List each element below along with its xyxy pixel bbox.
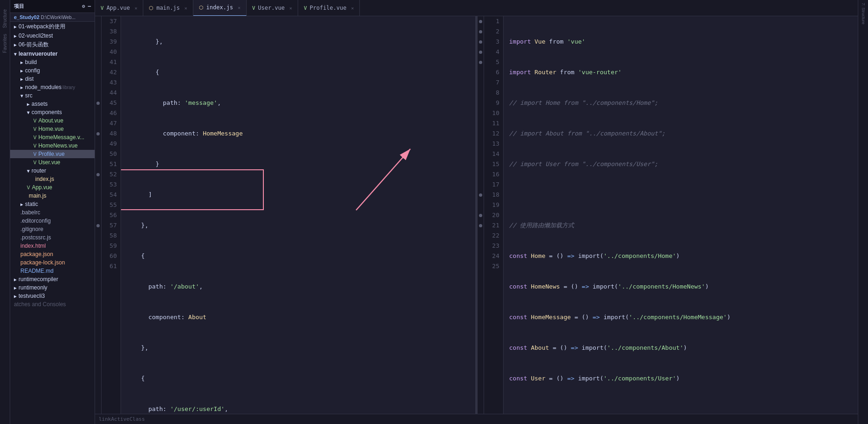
right-line-5: // import User from "../components/User"… xyxy=(509,159,858,169)
settings-icon[interactable]: ⚙ xyxy=(82,3,85,9)
tab-profilevue-icon: V xyxy=(304,5,307,11)
tab-profilevue-label: Profile.vue xyxy=(310,5,346,11)
sidebar-icons: ⚙ — xyxy=(82,3,91,9)
tab-uservue-close[interactable]: ✕ xyxy=(289,6,292,11)
sidebar-item-index-js[interactable]: index.js xyxy=(10,175,95,183)
left-panel-tabs: 项目 Structure Favorites xyxy=(0,0,10,424)
sidebar-item-packagejson[interactable]: package.json xyxy=(10,250,95,258)
sidebar-item-arrow[interactable]: ▶ 06-箭头函数 xyxy=(10,40,95,50)
tab-uservue-label: User.vue xyxy=(258,5,285,11)
sidebar-item-packagelockjson[interactable]: package-lock.json xyxy=(10,258,95,267)
code-line-40: component: HomeMessage xyxy=(127,128,475,139)
tab-indexjs-label: index.js xyxy=(206,4,233,11)
right-line-9: const HomeNews = () => import('../compon… xyxy=(509,282,858,292)
sidebar-item-about-vue[interactable]: V About.vue xyxy=(10,116,95,125)
sidebar-item-runtimeonly[interactable]: ▶ runtimeonly xyxy=(10,283,95,292)
sidebar-item-dist[interactable]: ▶ dist xyxy=(10,75,95,83)
tab-appvue-close[interactable]: ✕ xyxy=(134,6,137,11)
bottom-text: linkActiveClass xyxy=(99,416,145,422)
sidebar-item-webpack[interactable]: ▶ 01-webpack的使用 xyxy=(10,22,95,32)
tab-main-js[interactable]: ⬡ main.js ✕ xyxy=(143,0,193,16)
sidebar-item-learnvuerouter[interactable]: ▼ learnvuerouter xyxy=(10,50,95,58)
tab-profilevue-close[interactable]: ✕ xyxy=(351,6,354,11)
sidebar-item-runtimecompiler[interactable]: ▶ runtimecompiler xyxy=(10,275,95,283)
right-code-content[interactable]: import Vue from 'vue' import Router from… xyxy=(504,16,858,414)
right-panel-tabs: 7: Structure xyxy=(858,0,868,424)
tab-uservue-icon: V xyxy=(252,5,255,11)
code-line-44: { xyxy=(127,251,475,261)
sidebar-item-app-vue[interactable]: V App.vue xyxy=(10,183,95,192)
right-line-7: // 使用路由懒加载方式 xyxy=(509,220,858,231)
sidebar-item-config[interactable]: ▶ config xyxy=(10,66,95,75)
right-line-11: const About = () => import('../component… xyxy=(509,343,858,353)
favorites-panel-tab[interactable]: Favorites xyxy=(1,31,8,56)
project-path: e_Study02 D:\CWork\Web... xyxy=(10,13,95,22)
sidebar-item-profile-vue[interactable]: V Profile.vue xyxy=(10,150,95,158)
code-line-47: }, xyxy=(127,343,475,353)
sidebar-item-homemessage-vue[interactable]: V HomeMessage.v... xyxy=(10,133,95,141)
left-code-content[interactable]: }, { path: 'message', component: HomeMes… xyxy=(121,16,475,414)
sidebar-item-src[interactable]: ▼ src xyxy=(10,91,95,100)
tab-indexjs-close[interactable]: ✕ xyxy=(238,5,241,10)
sidebar-item-readme[interactable]: README.md xyxy=(10,267,95,275)
code-line-45: path: '/about', xyxy=(127,282,475,292)
tab-mainjs-close[interactable]: ✕ xyxy=(185,6,187,11)
structure-panel-tab[interactable]: Structure xyxy=(1,6,8,31)
tab-mainjs-label: main.js xyxy=(156,5,180,11)
code-line-46: component: About xyxy=(127,312,475,322)
sidebar-item-postcssrc[interactable]: .postcssrc.js xyxy=(10,233,95,242)
right-editor-pane: 12345 678910 1112131415 1617181920 21222… xyxy=(478,16,858,414)
right-gutter xyxy=(478,16,484,414)
sidebar-item-indexhtml[interactable]: index.html xyxy=(10,242,95,250)
bottom-status-bar: linkActiveClass xyxy=(95,414,858,424)
tab-appvue-icon: V xyxy=(101,5,104,11)
sidebar-item-gitignore[interactable]: .gitignore xyxy=(10,225,95,233)
tab-app-vue[interactable]: V App.vue ✕ xyxy=(95,0,143,16)
sidebar-title: 项目 xyxy=(14,3,24,10)
sidebar-item-homenews-vue[interactable]: V HomeNews.vue xyxy=(10,141,95,150)
left-editor-pane: 3738394041 4243444546 4748495051 5253545… xyxy=(95,16,475,414)
sidebar-item-static[interactable]: ▶ static xyxy=(10,200,95,208)
code-line-39: path: 'message', xyxy=(127,98,475,108)
right-panel-label: 7: Structure xyxy=(860,1,867,26)
code-line-38: { xyxy=(127,67,475,77)
editor-tabs-bar: V App.vue ✕ ⬡ main.js ✕ ⬡ index.js ✕ V U… xyxy=(95,0,858,16)
right-line-numbers: 12345 678910 1112131415 1617181920 21222… xyxy=(484,16,504,414)
tab-profile-vue[interactable]: V Profile.vue ✕ xyxy=(298,0,360,16)
right-line-12: const User = () => import('../components… xyxy=(509,373,858,384)
code-line-48: { xyxy=(127,373,475,384)
sidebar-item-user-vue[interactable]: V User.vue xyxy=(10,158,95,167)
sidebar-item-home-vue[interactable]: V Home.vue xyxy=(10,125,95,133)
code-line-37: }, xyxy=(127,37,475,47)
tab-user-vue[interactable]: V User.vue ✕ xyxy=(247,0,298,16)
tab-appvue-label: App.vue xyxy=(107,5,130,11)
sidebar-item-consoles[interactable]: atches and Consoles xyxy=(10,300,95,308)
right-line-6 xyxy=(509,190,858,200)
right-line-3: // import Home from "../components/Home"… xyxy=(509,98,858,108)
sidebar-item-nodemodules[interactable]: ▶ node_modules library xyxy=(10,83,95,91)
file-tree-sidebar: 项目 ⚙ — e_Study02 D:\CWork\Web... ▶ 01-we… xyxy=(10,0,95,424)
left-gutter xyxy=(95,16,102,414)
tab-index-js[interactable]: ⬡ index.js ✕ xyxy=(193,0,247,16)
right-line-2: import Router from 'vue-router' xyxy=(509,67,858,77)
sidebar-item-components[interactable]: ▼ components xyxy=(10,108,95,116)
project-panel-tab[interactable]: 项目 xyxy=(1,1,9,6)
tab-mainjs-icon: ⬡ xyxy=(149,5,153,11)
right-line-1: import Vue from 'vue' xyxy=(509,37,858,47)
minimize-icon[interactable]: — xyxy=(88,3,91,9)
code-line-43: }, xyxy=(127,220,475,231)
sidebar-item-babelrc[interactable]: .babelrc xyxy=(10,208,95,217)
left-line-numbers: 3738394041 4243444546 4748495051 5253545… xyxy=(102,16,121,414)
sidebar-item-main-js[interactable]: main.js xyxy=(10,192,95,200)
code-line-41: } xyxy=(127,159,475,169)
sidebar-item-editorconfig[interactable]: .editorconfig xyxy=(10,217,95,225)
sidebar-item-vuecli2[interactable]: ▶ 02-vuecli2test xyxy=(10,32,95,40)
file-tree: ▶ 01-webpack的使用 ▶ 02-vuecli2test ▶ 06-箭头… xyxy=(10,22,95,308)
sidebar-item-assets[interactable]: ▶ assets xyxy=(10,100,95,108)
sidebar-item-testvuecli3[interactable]: ▶ testvuecli3 xyxy=(10,292,95,300)
tab-indexjs-icon: ⬡ xyxy=(199,5,204,11)
right-line-4: // import About from "../components/Abou… xyxy=(509,128,858,139)
sidebar-item-build[interactable]: ▶ build xyxy=(10,58,95,66)
sidebar-toolbar: 项目 ⚙ — xyxy=(10,0,95,13)
sidebar-item-router[interactable]: ▼ router xyxy=(10,167,95,175)
